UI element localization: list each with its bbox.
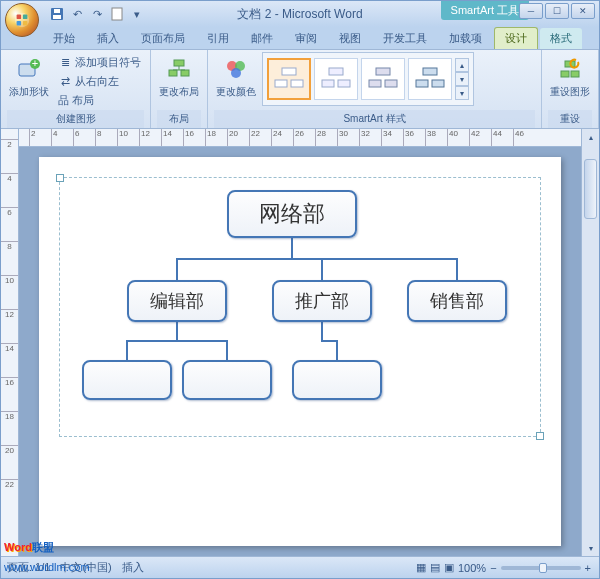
tab-developer[interactable]: 开发工具 — [373, 28, 437, 49]
svg-rect-2 — [23, 15, 28, 20]
tab-insert[interactable]: 插入 — [87, 28, 129, 49]
tab-view[interactable]: 视图 — [329, 28, 371, 49]
svg-rect-30 — [416, 80, 428, 87]
svg-rect-4 — [23, 21, 28, 26]
group-create: + 添加形状 ≣添加项目符号 ⇄从右向左 品 布局 创建图形 — [1, 50, 151, 128]
view-print-icon[interactable]: ▦ — [416, 561, 426, 574]
org-node-2[interactable]: 推广部 — [272, 280, 372, 322]
window-title: 文档 2 - Microsoft Word — [237, 6, 362, 23]
svg-rect-25 — [338, 80, 350, 87]
tab-format[interactable]: 格式 — [540, 28, 582, 49]
svg-point-19 — [231, 68, 241, 78]
tab-addins[interactable]: 加载项 — [439, 28, 492, 49]
title-bar: ↶ ↷ ▾ 文档 2 - Microsoft Word SmartArt 工具 … — [1, 1, 599, 27]
gallery-down-icon[interactable]: ▾ — [455, 72, 469, 86]
gallery-more-icon[interactable]: ▾ — [455, 86, 469, 100]
redo-icon[interactable]: ↷ — [89, 6, 105, 22]
style-option-3[interactable] — [361, 58, 405, 100]
zoom-level[interactable]: 100% — [458, 562, 486, 574]
zoom-in-icon[interactable]: + — [585, 562, 591, 574]
svg-rect-3 — [17, 21, 22, 26]
tab-home[interactable]: 开始 — [43, 28, 85, 49]
maximize-button[interactable]: ☐ — [545, 3, 569, 19]
group-create-label: 创建图形 — [7, 110, 144, 128]
group-reset: 重设图形 重设 — [542, 50, 599, 128]
tab-pagelayout[interactable]: 页面布局 — [131, 28, 195, 49]
reset-button[interactable]: 重设图形 — [548, 52, 592, 97]
svg-rect-28 — [385, 80, 397, 87]
svg-rect-21 — [275, 80, 287, 87]
scroll-thumb[interactable] — [584, 159, 597, 219]
group-styles-label: SmartArt 样式 — [214, 110, 535, 128]
svg-rect-7 — [54, 9, 60, 13]
svg-rect-8 — [112, 8, 122, 20]
add-shape-button[interactable]: + 添加形状 — [7, 52, 51, 97]
page-canvas: 网络部 编辑部 推广部 销售部 — [19, 147, 581, 556]
zoom-out-icon[interactable]: − — [490, 562, 496, 574]
scroll-up-icon[interactable]: ▴ — [582, 129, 599, 145]
svg-rect-12 — [174, 60, 184, 66]
zoom-slider[interactable] — [501, 566, 581, 570]
reset-label: 重设图形 — [550, 86, 590, 97]
svg-rect-31 — [432, 80, 444, 87]
rtl-button[interactable]: ⇄从右向左 — [55, 73, 144, 90]
qat-dropdown-icon[interactable]: ▾ — [129, 6, 145, 22]
style-option-4[interactable] — [408, 58, 452, 100]
new-doc-icon[interactable] — [109, 6, 125, 22]
svg-rect-24 — [322, 80, 334, 87]
view-web-icon[interactable]: ▣ — [444, 561, 454, 574]
org-node-1-1[interactable] — [82, 360, 172, 400]
tab-references[interactable]: 引用 — [197, 28, 239, 49]
svg-rect-34 — [571, 71, 579, 77]
save-icon[interactable] — [49, 6, 65, 22]
vertical-ruler[interactable]: 246810121416182022 — [1, 129, 19, 556]
svg-rect-33 — [561, 71, 569, 77]
page: 网络部 编辑部 推广部 销售部 — [39, 157, 561, 546]
svg-text:+: + — [32, 58, 38, 69]
undo-icon[interactable]: ↶ — [69, 6, 85, 22]
horizontal-ruler[interactable]: 2468101214161820222426283032343638404244… — [19, 129, 581, 147]
group-reset-label: 重设 — [548, 110, 592, 128]
smartart-selection-frame[interactable]: 网络部 编辑部 推广部 销售部 — [59, 177, 541, 437]
quick-access-toolbar: ↶ ↷ ▾ — [49, 6, 145, 22]
scroll-down-icon[interactable]: ▾ — [582, 540, 599, 556]
svg-rect-6 — [53, 15, 61, 19]
layout-small-button[interactable]: 品 布局 — [55, 92, 144, 109]
status-bar: 页面: 1/1 中文(中国) 插入 ▦ ▤ ▣ 100% − + — [1, 556, 599, 578]
close-button[interactable]: ✕ — [571, 3, 595, 19]
watermark-url: www.wordlm.com — [4, 561, 90, 573]
org-node-1[interactable]: 编辑部 — [127, 280, 227, 322]
tab-mailings[interactable]: 邮件 — [241, 28, 283, 49]
reset-icon — [556, 56, 584, 84]
styles-gallery: ▴ ▾ ▾ — [262, 52, 474, 106]
svg-rect-26 — [376, 68, 390, 75]
add-bullet-button[interactable]: ≣添加项目符号 — [55, 54, 144, 71]
svg-rect-29 — [423, 68, 437, 75]
office-button[interactable] — [5, 3, 39, 37]
tab-review[interactable]: 审阅 — [285, 28, 327, 49]
change-colors-button[interactable]: 更改颜色 — [214, 52, 258, 97]
org-node-1-2[interactable] — [182, 360, 272, 400]
org-node-root[interactable]: 网络部 — [227, 190, 357, 238]
view-read-icon[interactable]: ▤ — [430, 561, 440, 574]
gallery-up-icon[interactable]: ▴ — [455, 58, 469, 72]
status-mode[interactable]: 插入 — [122, 560, 144, 575]
svg-rect-23 — [329, 68, 343, 75]
change-colors-label: 更改颜色 — [216, 86, 256, 97]
style-option-2[interactable] — [314, 58, 358, 100]
style-option-1[interactable] — [267, 58, 311, 100]
org-node-2-1[interactable] — [292, 360, 382, 400]
zoom-controls: ▦ ▤ ▣ 100% − + — [416, 561, 591, 574]
minimize-button[interactable]: ─ — [519, 3, 543, 19]
org-node-3[interactable]: 销售部 — [407, 280, 507, 322]
group-styles: 更改颜色 ▴ ▾ ▾ SmartArt 样式 — [208, 50, 542, 128]
rtl-icon: ⇄ — [58, 75, 72, 89]
change-layout-icon — [165, 56, 193, 84]
add-shape-label: 添加形状 — [9, 86, 49, 97]
change-layout-button[interactable]: 更改布局 — [157, 52, 201, 97]
svg-rect-1 — [17, 15, 22, 20]
svg-rect-27 — [369, 80, 381, 87]
vertical-scrollbar[interactable]: ▴ ▾ — [581, 129, 599, 556]
tab-design[interactable]: 设计 — [494, 27, 538, 49]
group-layout-label: 布局 — [157, 110, 201, 128]
